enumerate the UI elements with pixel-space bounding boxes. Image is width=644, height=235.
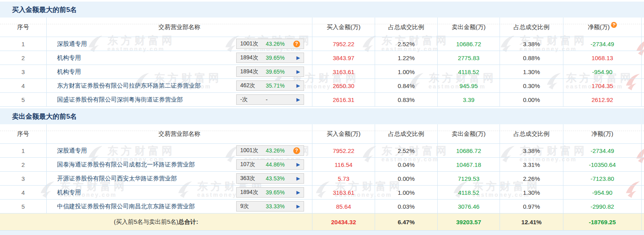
- appearance-count-badge[interactable]: 1001次 43.26% ? ▶: [236, 39, 304, 49]
- row-net-amount: -7123.80: [563, 172, 642, 185]
- row-seq: 2: [0, 51, 47, 65]
- branch-name-link[interactable]: 机构专用: [57, 54, 81, 62]
- branch-name-link[interactable]: 深股通专用: [57, 40, 87, 48]
- row-seq: 3: [0, 172, 47, 185]
- branch-name-link[interactable]: 国泰海通证券股份有限公司成都北一环路证券营业部: [57, 161, 195, 168]
- badge-expand-arrow-icon[interactable]: ▶: [296, 204, 300, 209]
- grand-total-label-bold: 总合计:: [178, 218, 198, 226]
- row-buy-amount: 3163.61: [312, 65, 375, 78]
- badge-count: -次: [240, 96, 266, 103]
- badge-win-rate: 33.33%: [266, 203, 296, 210]
- row-buy-amount: 116.54: [312, 158, 375, 171]
- appearance-count-badge[interactable]: 462次 35.71% ? ▶: [236, 80, 304, 91]
- row-buy-ratio: 1.00%: [375, 186, 438, 199]
- header-buy-ratio: 占总成交比例: [375, 18, 438, 37]
- table-row: 2 机构专用 1894次 39.65% ? ▶ 3843.97 1.22% 27…: [0, 51, 644, 65]
- header-net-amount: 净额(万) ?: [563, 18, 642, 37]
- row-net-amount: -2734.49: [563, 144, 642, 157]
- badge-expand-arrow-icon[interactable]: ▶: [296, 176, 300, 181]
- row-buy-amount: 3843.97: [312, 51, 375, 65]
- header-branch-name: 交易营业部名称: [47, 124, 312, 143]
- row-sell-ratio: 3.38%: [500, 37, 563, 51]
- appearance-count-badge[interactable]: 1894次 39.65% ? ▶: [236, 187, 304, 198]
- appearance-count-badge[interactable]: -次 - ? ▶: [236, 94, 304, 105]
- row-buy-amount: 2616.31: [312, 93, 375, 106]
- appearance-count-badge[interactable]: 1894次 39.65% ? ▶: [236, 53, 304, 63]
- branch-name-link[interactable]: 开源证券股份有限公司西安太华路证券营业部: [57, 175, 177, 182]
- row-buy-ratio: 1.22%: [375, 51, 438, 65]
- row-sell-ratio: 0.00%: [500, 93, 563, 106]
- table-row: 4 东方财富证券股份有限公司拉萨东环路第二证券营业部 462次 35.71% ?…: [0, 79, 644, 93]
- section-title-buy-top5: 买入金额最大的前5名: [0, 2, 644, 18]
- row-net-amount: -2990.82: [563, 200, 642, 213]
- branch-name-link[interactable]: 东方财富证券股份有限公司拉萨东环路第二证券营业部: [57, 82, 201, 90]
- table-row: 5 国盛证券股份有限公司深圳粤海街道证券营业部 -次 - ? ▶ 2616.31…: [0, 93, 644, 107]
- broker-seat-ranking-page: 东方财富网eastmoney.com东方财富网eastmoney.com东方财富…: [0, 0, 644, 235]
- grand-total-label: (买入前5名与卖出前5名)总合计:: [0, 213, 312, 230]
- table-row: 1 深股通专用 1001次 43.26% ? ▶ 7952.22 2.52% 1…: [0, 144, 644, 158]
- branch-name-link[interactable]: 机构专用: [57, 68, 81, 76]
- badge-expand-arrow-icon[interactable]: ▶: [296, 83, 300, 88]
- badge-help-icon[interactable]: ?: [293, 147, 300, 154]
- row-seq: 3: [0, 65, 47, 78]
- section-title-text: 卖出金额最大的前5名: [12, 112, 77, 121]
- badge-count: 1001次: [240, 147, 266, 154]
- header-buy-amount: 买入金额(万): [312, 18, 375, 37]
- row-branch-cell: 机构专用 1894次 39.65% ? ▶: [47, 65, 312, 78]
- table-header-row: 序号 交易营业部名称 买入金额(万) 占总成交比例 卖出金额(万) 占总成交比例…: [0, 124, 644, 144]
- row-buy-amount: 5.73: [312, 172, 375, 185]
- badge-help-icon[interactable]: ?: [293, 41, 300, 47]
- header-net-amount: 净额(万) ?: [563, 124, 642, 143]
- badge-expand-arrow-icon[interactable]: ▶: [296, 97, 300, 102]
- appearance-count-badge[interactable]: 107次 44.86% ? ▶: [236, 159, 304, 170]
- appearance-count-badge[interactable]: 9次 33.33% ? ▶: [236, 201, 304, 212]
- badge-win-rate: 43.26%: [266, 41, 293, 47]
- branch-name-link[interactable]: 国盛证券股份有限公司深圳粤海街道证券营业部: [57, 96, 183, 104]
- appearance-count-badge[interactable]: 1894次 39.65% ? ▶: [236, 67, 304, 77]
- row-sell-amount: 7129.53: [438, 172, 500, 185]
- badge-expand-arrow-icon[interactable]: ▶: [296, 55, 300, 60]
- edge-cell: [642, 200, 644, 213]
- edge-cell: [642, 144, 644, 157]
- grand-total-row: (买入前5名与卖出前5名)总合计: 20434.32 6.47% 39203.5…: [0, 213, 644, 231]
- header-sell-ratio: 占总成交比例: [500, 124, 563, 143]
- badge-win-rate: 39.65%: [266, 189, 296, 196]
- table-header-row: 序号 交易营业部名称 买入金额(万) 占总成交比例 卖出金额(万) 占总成交比例…: [0, 18, 644, 37]
- branch-name-link[interactable]: 中信建投证券股份有限公司南昌北京东路证券营业部: [57, 203, 195, 210]
- row-seq: 1: [0, 37, 47, 51]
- row-sell-amount: 2775.83: [438, 51, 500, 65]
- row-sell-amount: 10686.72: [438, 37, 500, 51]
- badge-win-rate: 43.53%: [266, 175, 296, 182]
- header-seq: 序号: [0, 124, 47, 143]
- branch-name-link[interactable]: 深股通专用: [57, 147, 87, 155]
- badge-win-rate: 43.26%: [266, 147, 293, 154]
- edge-cell: [642, 51, 644, 65]
- badge-count: 9次: [240, 203, 266, 210]
- total-sell-amount: 39203.57: [438, 213, 500, 230]
- badge-expand-arrow-icon[interactable]: ▶: [296, 162, 300, 167]
- buy-top5-table: 序号 交易营业部名称 买入金额(万) 占总成交比例 卖出金额(万) 占总成交比例…: [0, 18, 644, 107]
- badge-expand-arrow-icon[interactable]: ▶: [296, 190, 300, 195]
- branch-name-link[interactable]: 机构专用: [57, 189, 81, 196]
- edge-cell: [642, 213, 644, 230]
- badge-win-rate: -: [266, 96, 296, 103]
- header-sell-amount: 卖出金额(万): [438, 18, 500, 37]
- grand-total-label-prefix: (买入前5名与卖出前5名): [114, 218, 178, 226]
- edge-cell: [642, 172, 644, 185]
- row-buy-ratio: 0.84%: [375, 79, 438, 92]
- row-seq: 1: [0, 144, 47, 157]
- table-row: 1 深股通专用 1001次 43.26% ? ▶ 7952.22 2.52% 1…: [0, 37, 644, 51]
- table-row: 3 开源证券股份有限公司西安太华路证券营业部 363次 43.53% ? ▶ 5…: [0, 172, 644, 186]
- net-help-icon[interactable]: ?: [611, 22, 617, 28]
- header-seq: 序号: [0, 18, 47, 37]
- row-sell-ratio: 0.97%: [500, 200, 563, 213]
- badge-count: 1894次: [240, 189, 266, 196]
- row-sell-ratio: 1.30%: [500, 186, 563, 199]
- appearance-count-badge[interactable]: 363次 43.53% ? ▶: [236, 173, 304, 184]
- appearance-count-badge[interactable]: 1001次 43.26% ? ▶: [236, 145, 304, 156]
- badge-expand-arrow-icon[interactable]: ▶: [296, 69, 300, 74]
- row-buy-ratio: 0.00%: [375, 172, 438, 185]
- badge-win-rate: 44.86%: [266, 161, 296, 168]
- badge-win-rate: 39.65%: [266, 55, 296, 61]
- row-buy-ratio: 2.52%: [375, 144, 438, 157]
